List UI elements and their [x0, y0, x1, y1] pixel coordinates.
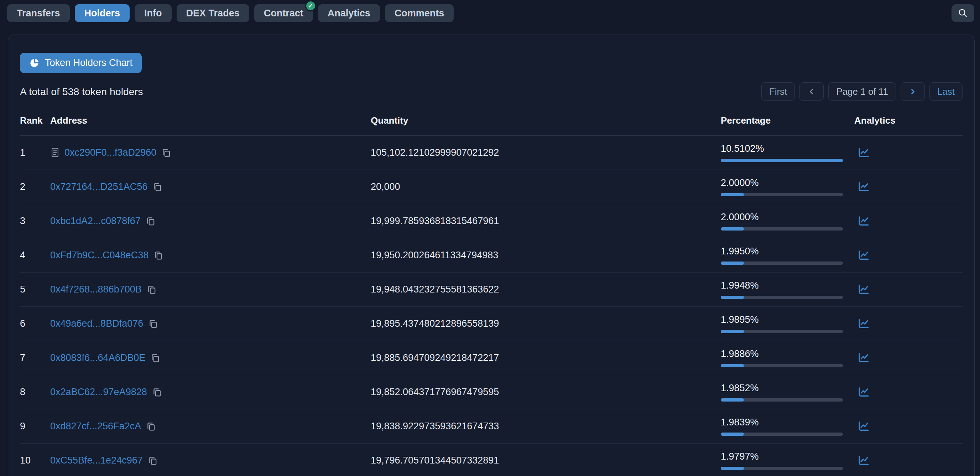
line-chart-icon	[857, 146, 870, 159]
table-row: 7 0x8083f6...64A6DB0E 19,885.69470924921…	[20, 341, 963, 375]
percentage-bar-fill	[721, 330, 744, 333]
copy-icon	[148, 318, 158, 329]
copy-address-button[interactable]	[152, 387, 162, 397]
percentage-bar-track	[721, 364, 843, 367]
header-rank: Rank	[20, 115, 50, 126]
copy-address-button[interactable]	[150, 353, 160, 363]
rank-value: 6	[20, 318, 50, 329]
rank-value: 3	[20, 216, 50, 227]
percentage-cell: 1.9948%	[721, 280, 843, 299]
copy-address-button[interactable]	[161, 148, 171, 158]
table-header-row: Rank Address Quantity Percentage Analyti…	[20, 115, 963, 136]
tab-contract[interactable]: Contract ✓	[254, 4, 313, 22]
percentage-cell: 1.9839%	[721, 417, 843, 436]
address-link[interactable]: 0xc290F0...f3aD2960	[64, 147, 156, 158]
copy-address-button[interactable]	[146, 421, 156, 431]
token-holders-chart-button[interactable]: Token Holders Chart	[20, 53, 142, 73]
copy-icon	[152, 182, 162, 192]
percentage-value: 2.0000%	[721, 177, 843, 188]
tab-dex-trades[interactable]: DEX Trades	[177, 4, 249, 22]
percentage-bar-track	[721, 227, 843, 231]
copy-address-button[interactable]	[148, 455, 158, 466]
table-row: 4 0xFd7b9C...C048eC38 19,950.20026461133…	[20, 238, 963, 272]
percentage-bar-track	[721, 193, 843, 196]
quantity-value: 19,895.437480212896558139	[371, 318, 721, 329]
tab-label: Contract	[264, 8, 304, 19]
copy-address-button[interactable]	[153, 250, 164, 260]
percentage-cell: 1.9895%	[721, 314, 843, 333]
tab-analytics[interactable]: Analytics	[318, 4, 380, 22]
line-chart-icon	[857, 283, 870, 296]
address-link[interactable]: 0x8083f6...64A6DB0E	[50, 352, 145, 363]
analytics-button[interactable]	[857, 317, 870, 330]
address-link[interactable]: 0x727164...D251AC56	[50, 181, 148, 193]
quantity-value: 19,950.200264611334794983	[371, 250, 721, 261]
analytics-button[interactable]	[857, 420, 870, 433]
analytics-button[interactable]	[857, 385, 870, 399]
tab-holders[interactable]: Holders	[75, 4, 130, 22]
header-quantity: Quantity	[371, 115, 721, 126]
address-link[interactable]: 0x4f7268...886b700B	[50, 284, 142, 295]
percentage-bar-track	[721, 261, 843, 265]
tab-info[interactable]: Info	[135, 4, 171, 22]
pagination-prev-button[interactable]	[799, 82, 824, 101]
percentage-bar-fill	[721, 227, 744, 231]
pagination-first-button[interactable]: First	[761, 82, 795, 101]
percentage-bar-fill	[721, 364, 744, 367]
pagination-next-button[interactable]	[900, 82, 925, 101]
line-chart-icon	[857, 420, 870, 433]
analytics-button[interactable]	[857, 180, 870, 193]
quantity-value: 19,796.705701344507332891	[371, 455, 721, 466]
pagination-last-button[interactable]: Last	[929, 82, 963, 101]
pagination: First Page 1 of 11 Last	[761, 82, 963, 101]
document-icon	[50, 147, 60, 158]
analytics-button[interactable]	[857, 454, 870, 467]
tab-label: Transfers	[17, 8, 60, 19]
table-body: 1 0xc290F0...f3aD2960 105,102.1210299990…	[20, 136, 963, 476]
address-link[interactable]: 0xd827cf...256Fa2cA	[50, 421, 141, 432]
copy-icon	[146, 284, 157, 295]
address-link[interactable]: 0xC55Bfe...1e24c967	[50, 455, 143, 466]
copy-address-button[interactable]	[146, 284, 157, 295]
analytics-button[interactable]	[857, 283, 870, 296]
address-link[interactable]: 0x49a6ed...8BDfa076	[50, 318, 143, 329]
percentage-bar-fill	[721, 261, 744, 265]
line-chart-icon	[857, 385, 870, 399]
tab-transfers[interactable]: Transfers	[7, 4, 70, 22]
tab-label: Comments	[395, 8, 444, 19]
pagination-page-indicator[interactable]: Page 1 of 11	[828, 82, 896, 101]
copy-address-button[interactable]	[148, 318, 158, 329]
analytics-button[interactable]	[857, 146, 870, 159]
rank-value: 8	[20, 387, 50, 398]
analytics-button[interactable]	[857, 249, 870, 262]
tab-comments[interactable]: Comments	[385, 4, 454, 22]
copy-address-button[interactable]	[145, 216, 156, 226]
chart-button-label: Token Holders Chart	[45, 57, 132, 68]
chevron-left-icon	[807, 87, 816, 96]
holders-table: Rank Address Quantity Percentage Analyti…	[20, 115, 963, 476]
percentage-cell: 2.0000%	[721, 177, 843, 196]
rank-value: 5	[20, 284, 50, 295]
chevron-right-icon	[908, 87, 917, 96]
rank-value: 2	[20, 181, 50, 193]
address-link[interactable]: 0xFd7b9C...C048eC38	[50, 250, 148, 261]
address-link[interactable]: 0x2aBC62...97eA9828	[50, 387, 147, 398]
rank-value: 10	[20, 455, 50, 466]
percentage-cell: 10.5102%	[721, 143, 843, 162]
rank-value: 1	[20, 147, 50, 158]
percentage-value: 1.9839%	[721, 417, 843, 428]
percentage-value: 2.0000%	[721, 212, 843, 223]
percentage-bar-fill	[721, 296, 744, 299]
percentage-cell: 1.9886%	[721, 349, 843, 367]
copy-icon	[152, 387, 162, 397]
percentage-value: 1.9895%	[721, 314, 843, 325]
copy-address-button[interactable]	[152, 182, 162, 192]
address-link[interactable]: 0xbc1dA2...c0878f67	[50, 216, 141, 227]
verified-check-icon: ✓	[305, 0, 316, 11]
copy-icon	[161, 148, 171, 158]
quantity-value: 105,102.12102999907021292	[371, 147, 721, 158]
analytics-button[interactable]	[857, 351, 870, 365]
quantity-value: 20,000	[371, 181, 721, 193]
search-button[interactable]	[951, 4, 974, 22]
analytics-button[interactable]	[857, 215, 870, 228]
